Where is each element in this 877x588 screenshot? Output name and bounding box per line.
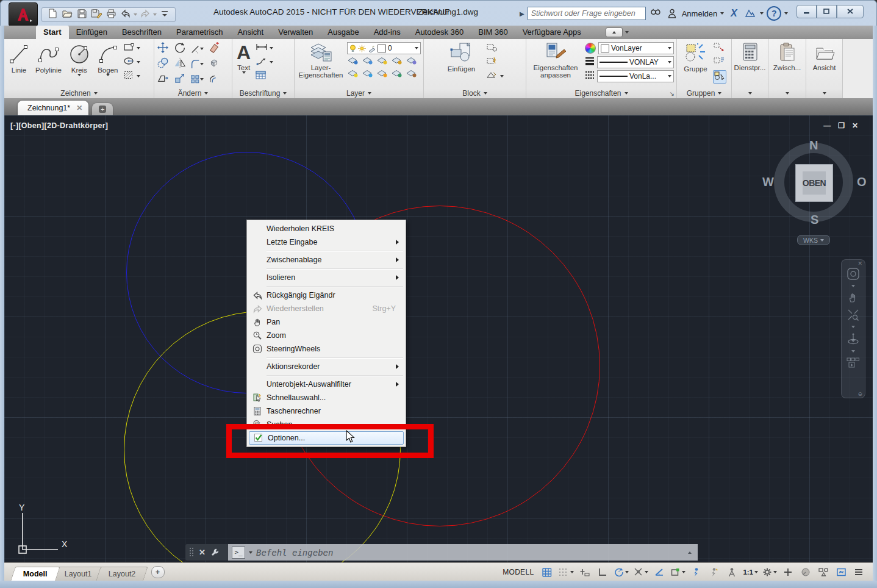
layer-tool-icon-6[interactable] [347, 69, 359, 80]
circle-button[interactable]: Kreis [66, 41, 93, 88]
offset-tool-icon[interactable] [208, 72, 220, 87]
angle-override-toggle[interactable] [651, 565, 667, 579]
redo-caret-icon[interactable] [153, 13, 157, 16]
help-icon[interactable]: ? [767, 6, 781, 21]
isolate-toggle[interactable] [798, 565, 814, 579]
hatch-tool-icon[interactable] [123, 70, 135, 82]
ribbon-tab-beschriften[interactable]: Beschriften [115, 26, 169, 39]
share-caret-icon[interactable] [760, 12, 764, 15]
clean-screen-toggle[interactable] [833, 565, 849, 579]
navbar-menu-icon[interactable]: ⊖ [857, 391, 862, 397]
erase-tool-icon[interactable] [208, 41, 220, 56]
signin-caret-icon[interactable] [720, 12, 724, 15]
object-color-combo[interactable]: VonLayer [598, 42, 674, 54]
layer-properties-button[interactable]: Layer-Eigenschaften [297, 41, 345, 88]
command-history-caret-icon[interactable] [249, 551, 252, 554]
ribbon-tab-ansicht[interactable]: Ansicht [231, 26, 271, 39]
fillet-tool-icon[interactable] [190, 58, 204, 70]
layer-tool-icon-10[interactable] [406, 69, 417, 80]
rectangle-tool-icon[interactable] [123, 42, 135, 54]
help-caret-icon[interactable] [784, 12, 788, 15]
dimension-caret-icon[interactable] [270, 47, 273, 49]
move-tool-icon[interactable] [157, 41, 169, 56]
search-input[interactable] [528, 7, 646, 20]
match-properties-button[interactable]: Eigenschaftenanpassen [529, 41, 582, 88]
new-drawing-tab-button[interactable]: + [92, 103, 113, 115]
layer-tool-icon-7[interactable] [362, 69, 373, 80]
infocenter-collapse-arrow-icon[interactable]: ▶ [520, 10, 524, 17]
menu-item-unterobjekt-auswahlfilter[interactable]: Unterobjekt-Auswahlfilter [248, 378, 404, 391]
ribbon-tab-start[interactable]: Start [36, 26, 69, 39]
layer-tool-icon-3[interactable] [376, 56, 388, 67]
search-icon[interactable] [649, 7, 662, 20]
stretch-tool-icon[interactable] [157, 72, 169, 87]
menu-item-wiederholen-kreis[interactable]: Wiederholen KREIS [248, 222, 404, 235]
annotation-visibility-toggle[interactable] [689, 565, 704, 579]
viewport-restore-icon[interactable]: ❐ [838, 121, 845, 130]
customize-menu-toggle[interactable] [851, 565, 867, 579]
layer-tool-icon-4[interactable] [391, 56, 403, 67]
dimension-tool-icon[interactable] [255, 42, 268, 54]
exchange-apps-icon[interactable]: X [727, 7, 740, 20]
group-button[interactable]: Gruppe [682, 41, 709, 88]
group-selection-toggle-icon[interactable] [714, 71, 726, 83]
ellipse-tool-icon[interactable] [123, 56, 135, 68]
undo-caret-icon[interactable] [134, 13, 137, 16]
application-menu-button[interactable] [9, 2, 38, 27]
command-wrench-icon[interactable] [210, 548, 220, 557]
panel-gruppen-footer[interactable]: Gruppen [677, 88, 731, 98]
osnap-tracking-caret-icon[interactable] [645, 571, 648, 573]
circle-caret-icon[interactable] [77, 74, 81, 76]
command-expand-control[interactable] [682, 544, 698, 561]
viewcube-south[interactable]: S [811, 213, 818, 227]
command-line-grip[interactable]: ✕ [185, 544, 228, 561]
signin-button[interactable]: Anmelden [682, 9, 718, 18]
hatch-caret-icon[interactable] [137, 75, 140, 77]
line-button[interactable]: Linie [7, 41, 31, 88]
panel-beschriftung-footer[interactable]: Beschriftung [232, 88, 294, 98]
redo-button[interactable] [138, 9, 152, 21]
close-button[interactable] [837, 5, 864, 18]
snap-toggle[interactable] [557, 565, 575, 579]
save-as-button[interactable] [90, 9, 103, 21]
panel-zeichnen-footer[interactable]: Zeichnen [4, 88, 154, 98]
new-layout-button[interactable]: + [151, 566, 165, 578]
maximize-button[interactable] [817, 5, 837, 18]
ortho-toggle[interactable] [595, 565, 610, 579]
plus-toggle[interactable] [780, 565, 796, 579]
menu-item-schnellauswahl[interactable]: Schnellauswahl... [248, 391, 404, 404]
arc-button[interactable]: Bogen [95, 41, 121, 88]
array-caret-icon[interactable] [200, 78, 204, 81]
layer-tool-icon-1[interactable] [347, 56, 359, 67]
scale-label[interactable]: 1:1 [742, 565, 759, 579]
viewcube-north[interactable]: N [809, 138, 818, 152]
menu-item-rückgängig-eigändr[interactable]: Rückgängig Eigändr [248, 289, 404, 302]
attribute-sync-icon[interactable] [485, 70, 499, 82]
clipboard-button[interactable]: Zwisch... [771, 41, 803, 88]
file-tab-zeichnung1[interactable]: Zeichnung1*✕ [18, 101, 88, 115]
showmotion-nav-icon[interactable] [846, 357, 861, 369]
ribbon-collapse-caret-icon[interactable] [625, 31, 629, 34]
trim-caret-icon[interactable] [200, 48, 204, 50]
menu-item-aktionsrekorder[interactable]: Aktionsrekorder [248, 360, 404, 373]
object-snap-caret-icon[interactable] [682, 571, 685, 573]
lineweight-icon[interactable] [585, 57, 595, 68]
ribbon-tab-verf-gbare-apps[interactable]: Verfügbare Apps [515, 26, 589, 39]
navbar-close-icon[interactable]: ✕ [857, 260, 862, 267]
zoom-nav-icon[interactable] [847, 308, 860, 321]
ribbon-tab-einf-gen[interactable]: Einfügen [69, 26, 115, 39]
qat-menu-button[interactable] [158, 9, 171, 21]
snap-caret-icon[interactable] [570, 571, 574, 573]
ungroup-icon[interactable] [713, 42, 725, 54]
leader-tool-icon[interactable] [255, 56, 268, 68]
menu-item-zoom[interactable]: Zoom [248, 329, 404, 342]
layer-tool-icon-8[interactable] [376, 69, 388, 80]
layer-select-combo[interactable]: 0 [347, 42, 421, 54]
settings-gear-caret-icon[interactable] [773, 571, 777, 573]
ellipse-caret-icon[interactable] [137, 61, 140, 63]
ribbon-tab-verwalten[interactable]: Verwalten [271, 26, 320, 39]
dialog-launcher-icon[interactable]: ↘ [670, 90, 675, 97]
panel-aendern-footer[interactable]: Ändern [154, 88, 232, 98]
ribbon-tab-parametrisch[interactable]: Parametrisch [169, 26, 231, 39]
quick-properties-toggle[interactable] [815, 565, 831, 579]
